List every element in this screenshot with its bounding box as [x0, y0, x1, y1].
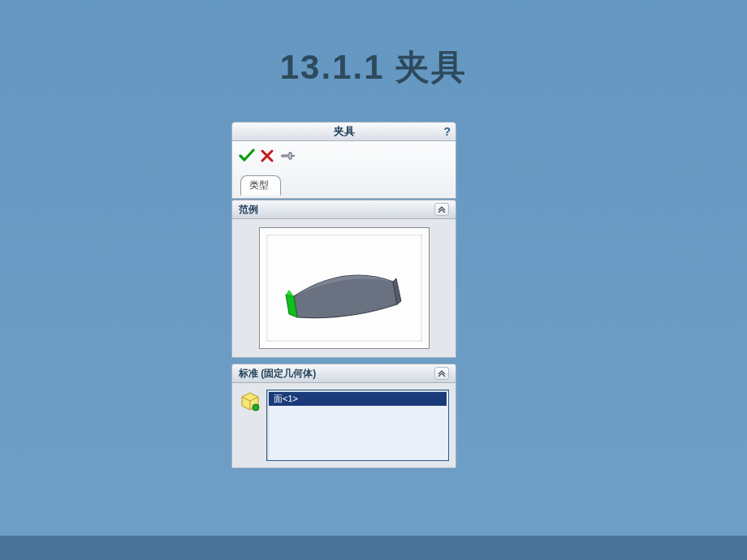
standard-section-header[interactable]: 标准 (固定几何体)	[231, 364, 456, 383]
slide-bottom-bar	[0, 536, 747, 560]
cancel-x-icon[interactable]	[260, 149, 274, 163]
pin-icon[interactable]	[279, 149, 296, 163]
standard-section-body: 面<1>	[231, 383, 456, 468]
example-thumbnail[interactable]	[259, 227, 430, 349]
example-section-header[interactable]: 范例	[231, 200, 456, 219]
standard-section-title: 标准 (固定几何体)	[239, 367, 316, 381]
fixture-panel: 夹具 ? 类型 范例	[231, 122, 456, 468]
action-row	[235, 146, 452, 170]
example-section-body	[231, 219, 456, 358]
ok-check-icon[interactable]	[239, 148, 255, 164]
page-title: 13.1.1 夹具	[0, 0, 747, 90]
face-select-icon[interactable]	[239, 390, 261, 412]
selection-item[interactable]: 面<1>	[269, 392, 447, 406]
chevron-up-icon[interactable]	[434, 367, 449, 380]
selection-list[interactable]: 面<1>	[266, 390, 449, 461]
panel-body: 类型	[231, 141, 456, 199]
help-icon[interactable]: ?	[443, 125, 451, 138]
chevron-up-icon[interactable]	[434, 203, 449, 216]
example-section-title: 范例	[239, 203, 258, 217]
tab-row: 类型	[235, 174, 452, 195]
tab-type[interactable]: 类型	[240, 175, 281, 196]
panel-titlebar: 夹具 ?	[231, 122, 456, 141]
svg-point-1	[253, 404, 259, 411]
panel-title-text: 夹具	[334, 124, 355, 139]
